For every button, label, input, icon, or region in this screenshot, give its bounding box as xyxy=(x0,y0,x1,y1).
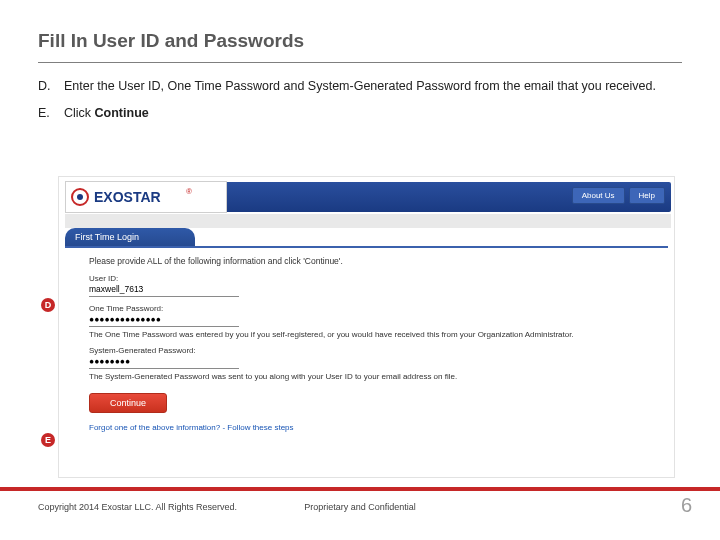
footer-confidential: Proprietary and Confidential xyxy=(0,502,720,512)
slide-title: Fill In User ID and Passwords xyxy=(38,30,304,52)
help-link[interactable]: Help xyxy=(629,187,665,204)
svg-point-1 xyxy=(77,194,83,200)
svg-text:EXOSTAR: EXOSTAR xyxy=(94,189,161,205)
userid-label: User ID: xyxy=(89,274,654,283)
step-e-prefix: Click xyxy=(64,106,95,120)
step-e-text: Click Continue xyxy=(64,105,682,122)
first-time-login-tab[interactable]: First Time Login xyxy=(65,228,195,246)
step-d-text: Enter the User ID, One Time Password and… xyxy=(64,78,682,95)
login-form: Please provide ALL of the following info… xyxy=(89,257,654,433)
step-e-bold: Continue xyxy=(95,106,149,120)
tab-divider xyxy=(65,246,668,248)
embedded-screenshot: About Us Help EXOSTAR ® First Time Login… xyxy=(58,176,675,478)
step-e-row: E. Click Continue xyxy=(38,105,682,122)
step-d-letter: D. xyxy=(38,78,64,95)
syspass-input[interactable]: ●●●●●●●● xyxy=(89,356,239,369)
sub-header-bar xyxy=(65,214,671,228)
step-d-row: D. Enter the User ID, One Time Password … xyxy=(38,78,682,95)
callout-e-marker: E xyxy=(41,433,55,447)
footer-divider xyxy=(0,487,720,491)
step-e-letter: E. xyxy=(38,105,64,122)
continue-button[interactable]: Continue xyxy=(89,393,167,413)
page-number: 6 xyxy=(681,494,692,517)
svg-text:®: ® xyxy=(186,187,192,196)
userid-input[interactable]: maxwell_7613 xyxy=(89,284,239,297)
title-divider xyxy=(38,62,682,63)
about-us-link[interactable]: About Us xyxy=(572,187,625,204)
otp-input[interactable]: ●●●●●●●●●●●●●● xyxy=(89,314,239,327)
instruction-list: D. Enter the User ID, One Time Password … xyxy=(38,78,682,132)
syspass-hint: The System-Generated Password was sent t… xyxy=(89,372,654,381)
syspass-label: System-Generated Password: xyxy=(89,346,654,355)
callout-d-marker: D xyxy=(41,298,55,312)
form-intro-text: Please provide ALL of the following info… xyxy=(89,257,654,267)
forgot-link[interactable]: Forgot one of the above information? - F… xyxy=(89,423,654,432)
exostar-logo: EXOSTAR ® xyxy=(65,181,227,213)
otp-label: One Time Password: xyxy=(89,304,654,313)
otp-hint: The One Time Password was entered by you… xyxy=(89,330,654,339)
